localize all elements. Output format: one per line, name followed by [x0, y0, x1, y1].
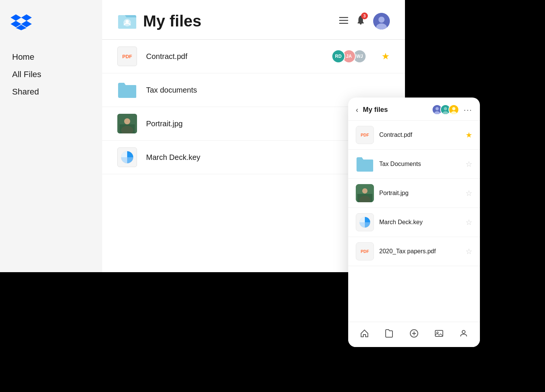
mobile-pdf-label: PDF [361, 133, 369, 137]
star-icon-contract[interactable]: ★ [382, 51, 390, 62]
file-collaborators-contract: RD JA WJ [332, 50, 366, 63]
mobile-nav-files[interactable] [380, 327, 398, 342]
mobile-bottom-nav [348, 322, 480, 347]
mobile-file-item-tax[interactable]: Tax Documents ☆ [348, 150, 480, 179]
mobile-nav-home[interactable] [355, 327, 374, 342]
mobile-thumb-march-deck [356, 213, 374, 231]
sidebar-item-home[interactable]: Home [11, 50, 92, 64]
file-thumbnail-portrait [117, 114, 137, 133]
mobile-file-item-contract[interactable]: PDF Contract.pdf ★ [348, 121, 480, 150]
mobile-star-contract[interactable]: ★ [466, 130, 472, 139]
file-name-contract: Contract.pdf [146, 52, 332, 61]
notification-count: 3 [361, 12, 368, 19]
mobile-nav-add[interactable] [405, 327, 423, 342]
svg-point-10 [124, 118, 130, 124]
pdf-label: PDF [122, 54, 132, 59]
svg-point-18 [444, 107, 447, 110]
notifications-button[interactable]: 3 [356, 15, 366, 28]
mobile-nav-photos[interactable] [430, 327, 448, 342]
svg-rect-12 [120, 124, 135, 133]
mobile-file-item-tax-papers[interactable]: PDF 2020_Tax papers.pdf ☆ [348, 237, 480, 266]
mobile-star-tax-papers[interactable]: ☆ [466, 247, 472, 256]
mobile-file-name-march-deck: March Deck.key [379, 219, 466, 226]
header-left: My files [117, 11, 201, 32]
file-thumbnail-tax [117, 80, 137, 100]
mobile-file-item-portrait[interactable]: Portrait.jpg ☆ [348, 179, 480, 208]
svg-point-24 [362, 188, 367, 194]
page-title: My files [143, 12, 201, 30]
mobile-file-name-portrait: Portrait.jpg [379, 190, 466, 197]
svg-point-15 [436, 107, 439, 110]
sidebar-item-shared[interactable]: Shared [11, 85, 92, 99]
mobile-file-name-tax-papers: 2020_Tax papers.pdf [379, 248, 466, 255]
svg-point-6 [378, 17, 385, 23]
mobile-thumb-contract: PDF [356, 126, 374, 144]
mobile-back-button[interactable]: ‹ [356, 105, 358, 114]
mobile-header-avatars [432, 104, 459, 115]
folder-icon [117, 11, 137, 32]
sidebar: Home All Files Shared [0, 0, 102, 272]
svg-rect-2 [339, 17, 348, 18]
mobile-panel: ‹ My files [348, 98, 480, 347]
file-thumbnail-contract: PDF [117, 46, 137, 66]
mobile-nav-account[interactable] [455, 327, 473, 342]
mobile-pdf-label-2: PDF [361, 249, 369, 254]
mobile-more-button[interactable]: ··· [464, 105, 472, 114]
mobile-header: ‹ My files [348, 98, 480, 121]
svg-rect-26 [357, 194, 372, 202]
svg-rect-3 [339, 20, 348, 21]
mobile-star-portrait[interactable]: ☆ [466, 189, 472, 198]
file-thumbnail-march-deck [117, 147, 137, 167]
mobile-star-march-deck[interactable]: ☆ [466, 218, 472, 227]
mobile-panel-title: My files [363, 106, 432, 114]
svg-rect-4 [339, 23, 348, 24]
file-name-tax: Tax documents [146, 86, 390, 95]
mobile-star-tax[interactable]: ☆ [466, 160, 472, 169]
mobile-thumb-tax-papers: PDF [356, 242, 374, 260]
main-header: My files 3 [102, 0, 405, 40]
file-item-contract[interactable]: PDF Contract.pdf RD JA WJ ★ [102, 40, 405, 73]
collaborator-rd: RD [332, 50, 345, 63]
mobile-file-name-tax: Tax Documents [379, 161, 466, 167]
mobile-avatar-3 [448, 104, 459, 115]
svg-point-33 [462, 330, 465, 333]
mobile-thumb-portrait [356, 184, 374, 202]
dropbox-logo [11, 12, 92, 32]
sidebar-nav: Home All Files Shared [11, 50, 92, 99]
mobile-thumb-tax [356, 155, 374, 173]
mobile-file-list: PDF Contract.pdf ★ Tax Documents ☆ [348, 121, 480, 322]
user-avatar[interactable] [373, 13, 390, 29]
mobile-file-name-contract: Contract.pdf [379, 132, 466, 138]
mobile-file-item-march-deck[interactable]: March Deck.key ☆ [348, 208, 480, 237]
svg-point-21 [452, 107, 456, 110]
header-right: 3 [339, 13, 390, 29]
menu-icon[interactable] [339, 16, 348, 26]
sidebar-item-all-files[interactable]: All Files [11, 67, 92, 82]
